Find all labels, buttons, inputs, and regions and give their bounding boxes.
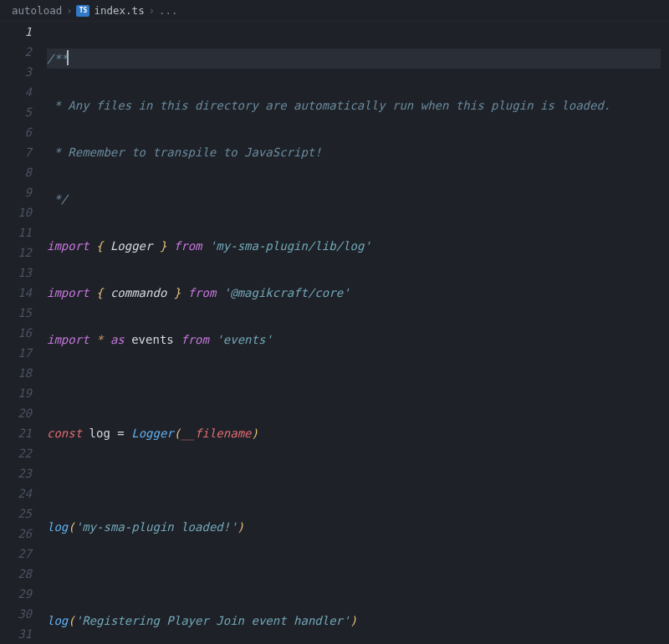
line-number: 22	[0, 443, 32, 463]
line-number: 6	[0, 122, 32, 142]
line-number: 17	[0, 343, 32, 363]
breadcrumb: autoload › TS index.ts › ...	[0, 0, 669, 22]
line-number: 19	[0, 383, 32, 403]
line-number: 15	[0, 303, 32, 323]
line-number: 7	[0, 142, 32, 162]
breadcrumb-file[interactable]: index.ts	[94, 4, 144, 17]
chevron-right-icon: ›	[149, 5, 155, 17]
line-number: 23	[0, 463, 32, 483]
line-number: 9	[0, 182, 32, 202]
line-number: 11	[0, 222, 32, 243]
line-number: 10	[0, 202, 32, 222]
line-number: 20	[0, 403, 32, 423]
line-number: 5	[0, 102, 32, 122]
comment: * Remember to transpile to JavaScript!	[47, 146, 322, 159]
line-number-gutter: 1234567891011121314151617181920212223242…	[0, 22, 47, 644]
code-editor[interactable]: 1234567891011121314151617181920212223242…	[0, 22, 669, 644]
typescript-file-icon: TS	[76, 5, 89, 17]
line-number: 2	[0, 42, 32, 62]
line-number: 31	[0, 624, 32, 644]
line-number: 21	[0, 423, 32, 443]
line-number: 24	[0, 483, 32, 503]
line-number: 14	[0, 283, 32, 303]
comment: */	[47, 192, 68, 206]
code-content[interactable]: /** * Any files in this directory are au…	[47, 22, 669, 644]
line-number: 25	[0, 503, 32, 524]
line-number: 12	[0, 243, 32, 263]
chevron-right-icon: ›	[66, 5, 72, 17]
comment: /**	[47, 52, 68, 65]
line-number: 29	[0, 584, 32, 604]
cursor-icon	[67, 50, 69, 65]
line-number: 27	[0, 544, 32, 564]
comment: * Any files in this directory are automa…	[47, 99, 610, 112]
line-number: 18	[0, 363, 32, 383]
line-number: 26	[0, 524, 32, 544]
line-number: 1	[0, 22, 32, 42]
line-number: 28	[0, 564, 32, 584]
line-number: 16	[0, 323, 32, 343]
line-number: 8	[0, 162, 32, 182]
line-number: 4	[0, 82, 32, 102]
line-number: 3	[0, 62, 32, 82]
line-number: 30	[0, 604, 32, 624]
breadcrumb-folder[interactable]: autoload	[12, 4, 62, 17]
breadcrumb-ellipsis[interactable]: ...	[159, 4, 178, 17]
line-number: 13	[0, 263, 32, 283]
